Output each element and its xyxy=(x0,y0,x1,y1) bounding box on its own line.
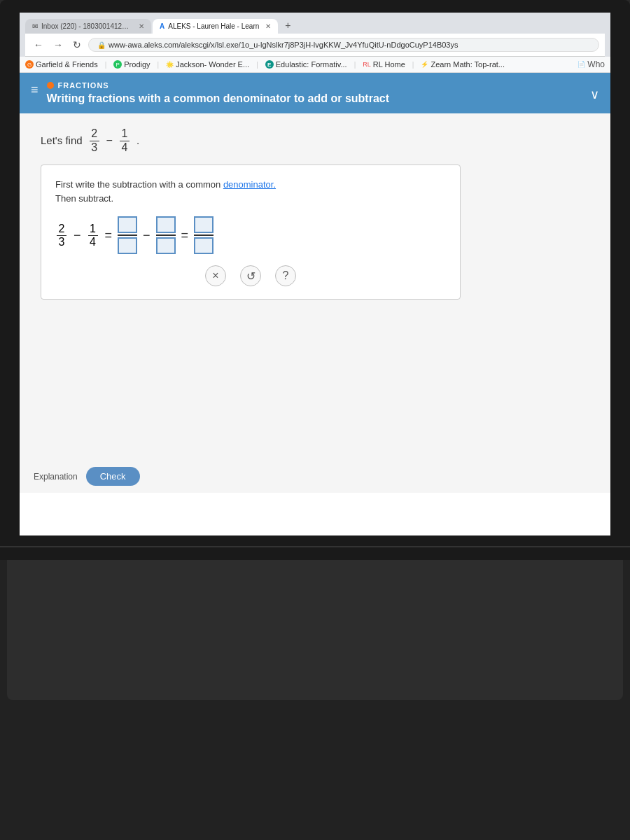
eq-frac2-num: 1 xyxy=(88,223,98,237)
input-line-2 xyxy=(156,234,176,236)
back-button[interactable]: ← xyxy=(31,38,46,52)
instruction-line2: Then subtract. xyxy=(55,193,113,204)
lets-find-text: Let's find xyxy=(41,134,83,146)
bookmark-prodigy-label: Prodigy xyxy=(124,60,150,69)
laptop-body xyxy=(0,546,630,840)
bookmark-garfield-label: Garfield & Friends xyxy=(36,60,98,69)
undo-button[interactable]: ↺ xyxy=(240,265,261,286)
tab-gmail-label: Inbox (220) - 1803001412@wm xyxy=(41,22,132,30)
lets-find-row: Let's find 2 3 − 1 4 . xyxy=(41,127,589,153)
input-line-3 xyxy=(194,234,214,236)
clear-button[interactable]: × xyxy=(205,265,226,286)
eq-equals-2: = xyxy=(181,228,189,243)
bookmark-garfield[interactable]: G Garfield & Friends xyxy=(25,60,98,69)
eq-frac1: 2 3 xyxy=(57,223,66,248)
eq-frac1-den: 3 xyxy=(57,236,66,248)
forward-button[interactable]: → xyxy=(50,38,66,52)
check-button[interactable]: Check xyxy=(86,467,140,486)
bookmarks-bar: G Garfield & Friends | P Prodigy | 🌟 Jac… xyxy=(20,57,610,73)
tab-aleks[interactable]: A ALEKS - Lauren Hale - Learn ✕ xyxy=(153,19,278,34)
input-fraction-1[interactable] xyxy=(118,216,137,254)
aleks-content: ≡ FRACTIONS Writing fractions with a com… xyxy=(20,73,610,493)
eq-operator-2: − xyxy=(143,228,150,243)
action-row: × ↺ ? xyxy=(55,265,446,286)
tab-aleks-close[interactable]: ✕ xyxy=(265,22,271,30)
input-num-2[interactable] xyxy=(156,216,176,233)
equation-row: 2 3 − 1 4 = xyxy=(55,216,446,254)
rl-icon: RL xyxy=(363,61,371,68)
edulastic-icon: E xyxy=(265,60,274,69)
eq-frac1-num: 2 xyxy=(57,223,66,237)
tab-gmail-close[interactable]: ✕ xyxy=(139,22,144,30)
address-bar[interactable]: 🔒 www-awa.aleks.com/alekscgi/x/lsl.exe/1… xyxy=(88,38,599,52)
prodigy-icon: P xyxy=(113,60,122,69)
input-num-1[interactable] xyxy=(118,216,137,233)
input-num-3[interactable] xyxy=(194,216,214,233)
trailing-dot: . xyxy=(136,134,139,146)
fraction-1-4: 1 4 xyxy=(120,127,130,153)
bookmark-who[interactable]: 📄 Who xyxy=(578,59,605,69)
new-tab-button[interactable]: + xyxy=(279,17,296,34)
menu-icon[interactable]: ≡ xyxy=(31,83,38,97)
problem-box: First write the subtraction with a commo… xyxy=(41,164,461,300)
header-title: Writing fractions with a common denomina… xyxy=(47,92,582,105)
bookmark-zearn-label: Zearn Math: Top-rat... xyxy=(430,60,505,69)
denominator-link[interactable]: denominator. xyxy=(223,179,276,190)
bookmark-zearn[interactable]: ⚡ Zearn Math: Top-rat... xyxy=(421,60,505,69)
topic-label: FRACTIONS xyxy=(58,81,109,90)
aleks-tab-icon: A xyxy=(160,22,164,30)
explanation-link[interactable]: Explanation xyxy=(34,472,78,482)
fraction-2-3: 2 3 xyxy=(90,127,99,153)
eq-frac2-den: 4 xyxy=(88,236,98,248)
input-fraction-3[interactable] xyxy=(194,216,214,254)
frac2-num: 1 xyxy=(120,127,130,141)
bookmark-rl-label: RL Home xyxy=(373,60,405,69)
input-den-3[interactable] xyxy=(194,237,214,254)
chevron-down-icon[interactable]: ∨ xyxy=(590,87,599,102)
input-line-1 xyxy=(118,234,137,236)
frac1-num: 2 xyxy=(90,127,99,141)
help-button[interactable]: ? xyxy=(275,265,296,286)
tab-gmail[interactable]: ✉ Inbox (220) - 1803001412@wm ✕ xyxy=(25,19,151,34)
bookmark-jackson[interactable]: 🌟 Jackson- Wonder E... xyxy=(166,60,249,69)
problem-instruction: First write the subtraction with a commo… xyxy=(55,178,446,205)
address-bar-row: ← → ↻ 🔒 www-awa.aleks.com/alekscgi/x/lsl… xyxy=(25,34,605,57)
laptop-hinge xyxy=(0,546,630,560)
problem-area: Let's find 2 3 − 1 4 . xyxy=(20,113,610,328)
url-text: www-awa.aleks.com/alekscgi/x/lsl.exe/1o_… xyxy=(108,41,458,49)
bottom-bar: Explanation Check xyxy=(34,467,140,486)
aleks-header: ≡ FRACTIONS Writing fractions with a com… xyxy=(20,73,610,113)
fractions-label: FRACTIONS xyxy=(47,81,582,90)
orange-dot xyxy=(47,82,54,89)
input-fraction-2[interactable] xyxy=(156,216,176,254)
problem-operator: − xyxy=(106,134,113,147)
garfield-icon: G xyxy=(25,60,34,69)
gmail-tab-icon: ✉ xyxy=(32,22,38,30)
bookmark-prodigy[interactable]: P Prodigy xyxy=(113,60,150,69)
lock-icon: 🔒 xyxy=(97,41,106,49)
tab-aleks-label: ALEKS - Lauren Hale - Learn xyxy=(168,22,259,30)
eq-frac2: 1 4 xyxy=(88,223,98,248)
input-den-1[interactable] xyxy=(118,237,137,254)
input-den-2[interactable] xyxy=(156,237,176,254)
frac2-den: 4 xyxy=(120,141,130,154)
eq-equals: = xyxy=(105,228,113,243)
laptop-keyboard xyxy=(7,560,623,700)
frac1-den: 3 xyxy=(90,141,99,154)
refresh-button[interactable]: ↻ xyxy=(70,38,84,52)
tab-bar: ✉ Inbox (220) - 1803001412@wm ✕ A ALEKS … xyxy=(25,17,605,34)
eq-operator: − xyxy=(74,228,81,243)
who-icon: 📄 xyxy=(578,61,585,68)
instruction-line1: First write the subtraction with a commo… xyxy=(55,179,220,190)
bookmark-who-label: Who xyxy=(587,59,605,69)
zearn-icon: ⚡ xyxy=(421,61,428,68)
bookmark-rl[interactable]: RL RL Home xyxy=(363,60,405,69)
bookmark-edulastic[interactable]: E Edulastic: Formativ... xyxy=(265,60,347,69)
jackson-icon: 🌟 xyxy=(166,61,174,68)
bookmark-jackson-label: Jackson- Wonder E... xyxy=(176,60,249,69)
bookmark-edulastic-label: Edulastic: Formativ... xyxy=(276,60,347,69)
